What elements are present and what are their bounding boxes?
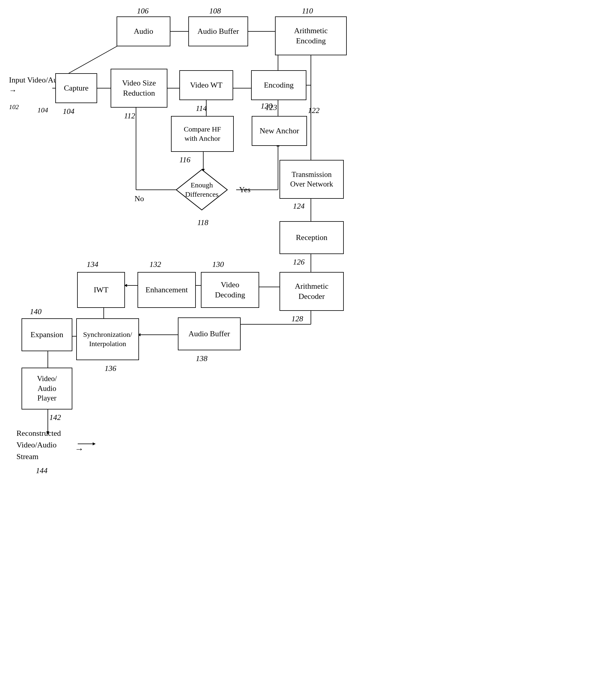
- ref-122: 122: [308, 106, 319, 115]
- ref-118: 118: [197, 218, 208, 227]
- audio-buffer-top-box: Audio Buffer: [188, 16, 248, 46]
- video-decoding-box: VideoDecoding: [201, 272, 259, 308]
- flowchart-diagram: Input Video/Audio Stream 104 → 102 Audio…: [0, 0, 614, 700]
- ref-104: 104: [63, 107, 74, 116]
- reconstructed-arrow: →: [75, 444, 84, 454]
- sync-interp-box: Synchronization/Interpolation: [76, 318, 139, 360]
- ref-124: 124: [293, 202, 305, 211]
- ref-102: 104: [37, 106, 48, 114]
- ref-108: 108: [209, 7, 221, 15]
- expansion-box: Expansion: [22, 318, 72, 351]
- ref-140: 140: [30, 307, 41, 316]
- compare-hf-box: Compare HFwith Anchor: [171, 116, 234, 152]
- video-wt-box: Video WT: [179, 70, 233, 100]
- reconstructed-label: ReconstructedVideo/AudioStream: [16, 427, 61, 462]
- ref-132: 132: [149, 260, 161, 269]
- audio-box: Audio: [116, 16, 171, 46]
- new-anchor-box: New Anchor: [252, 116, 307, 146]
- arithmetic-encoding-box: ArithmeticEncoding: [275, 16, 347, 55]
- no-label: No: [135, 194, 144, 203]
- encoding-box: Encoding: [251, 70, 306, 100]
- ref-138: 138: [196, 354, 208, 363]
- ref-116: 116: [179, 155, 190, 164]
- video-size-reduction-box: Video SizeReduction: [111, 69, 167, 108]
- input-arrow: →: [9, 86, 17, 95]
- ref-144: 144: [36, 466, 48, 475]
- iwt-box: IWT: [77, 272, 125, 308]
- ref-120: 120: [261, 102, 272, 111]
- reception-box: Reception: [279, 221, 344, 254]
- video-audio-player-box: Video/AudioPlayer: [22, 367, 72, 410]
- ref-142: 142: [49, 413, 61, 422]
- capture-box: Capture: [55, 73, 97, 103]
- audio-buffer-bottom-box: Audio Buffer: [178, 317, 241, 350]
- ref-102-label: 102: [9, 103, 19, 111]
- ref-110: 110: [302, 7, 313, 15]
- svg-marker-54: [93, 442, 96, 445]
- ref-128: 128: [291, 314, 303, 323]
- ref-134: 134: [87, 260, 98, 269]
- ref-106: 106: [137, 7, 149, 15]
- arithmetic-decoder-box: ArithmeticDecoder: [279, 272, 344, 311]
- enhancement-box: Enhancement: [138, 272, 196, 308]
- ref-112: 112: [124, 112, 135, 121]
- transmission-box: TransmissionOver Network: [279, 160, 344, 199]
- ref-136: 136: [105, 364, 116, 373]
- ref-130: 130: [212, 260, 224, 269]
- ref-114: 114: [196, 104, 207, 113]
- ref-126: 126: [293, 258, 305, 267]
- enough-differences-diamond: EnoughDifferences: [175, 167, 229, 212]
- svg-marker-60: [176, 170, 227, 210]
- yes-label: Yes: [239, 185, 251, 194]
